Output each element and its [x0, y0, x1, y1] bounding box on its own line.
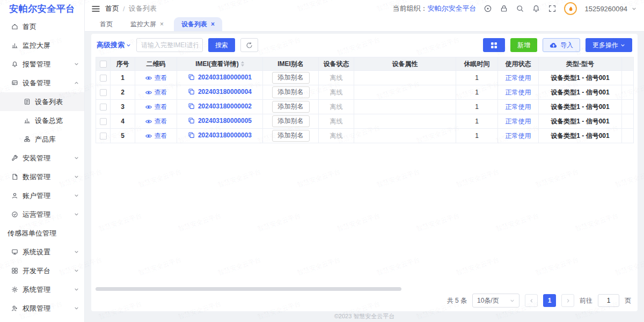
goto-page-input[interactable] — [598, 294, 619, 307]
usage-status-link[interactable]: 正常使用 — [506, 89, 531, 96]
sidebar-item-account-manage[interactable]: 账户管理 — [0, 186, 84, 205]
copy-icon[interactable] — [188, 88, 195, 95]
dev-platform-icon — [11, 267, 18, 275]
horizontal-scrollbar — [96, 287, 633, 291]
sidebar-item-device-manage[interactable]: 设备管理 — [0, 74, 84, 92]
theme-icon[interactable] — [484, 4, 492, 13]
install-icon — [11, 155, 18, 162]
search-icon[interactable] — [516, 4, 524, 13]
add-alias-button[interactable]: 添加别名 — [272, 101, 310, 112]
sidebar-item-data-manage[interactable]: 数据管理 — [0, 167, 84, 186]
copy-icon[interactable] — [188, 131, 195, 138]
tab-home[interactable]: 首页 — [92, 17, 120, 31]
copy-icon[interactable] — [188, 117, 195, 124]
breadcrumb-home[interactable]: 首页 — [105, 4, 119, 13]
sidebar-item-sensor-unit-manage[interactable]: 传感器单位管理 — [0, 224, 84, 243]
add-alias-button[interactable]: 添加别名 — [272, 115, 310, 127]
page-number-current[interactable]: 1 — [543, 294, 556, 307]
prev-page-button[interactable] — [525, 294, 538, 307]
scrollbar-thumb[interactable] — [96, 287, 401, 291]
cell-device-status: 离线 — [319, 85, 354, 100]
current-org-label: 当前组织： — [392, 4, 427, 12]
qr-view-link[interactable]: 查看 — [145, 131, 167, 141]
add-alias-button[interactable]: 添加别名 — [272, 130, 310, 141]
sidebar-item-monitor-screen[interactable]: 监控大屏 — [0, 36, 84, 55]
eye-icon — [145, 133, 152, 139]
sidebar-item-permission-manage[interactable]: 权限管理 — [0, 299, 84, 318]
close-icon[interactable]: × — [160, 21, 164, 27]
qr-view-link[interactable]: 查看 — [145, 88, 167, 97]
refresh-button[interactable] — [240, 38, 258, 52]
search-button[interactable]: 搜索 — [208, 38, 235, 52]
usage-status-link[interactable]: 正常使用 — [506, 132, 531, 140]
import-button[interactable]: 导入 — [543, 38, 580, 52]
sidebar-item-install-manage[interactable]: 安装管理 — [0, 149, 84, 167]
imei-link[interactable]: 202403180000002 — [198, 103, 252, 110]
row-checkbox[interactable] — [100, 89, 107, 96]
sidebar-item-operation-manage[interactable]: 运营管理 — [0, 205, 84, 224]
hamburger-menu-icon[interactable] — [92, 5, 100, 12]
chevron-up-icon — [74, 80, 79, 85]
cell-serial: 2 — [111, 85, 135, 100]
current-org-name-link[interactable]: 安帕尔安全平台 — [427, 4, 476, 12]
sidebar-menu: 首页 监控大屏 报警管理 设备管理 设备列表 设备总览 — [0, 17, 84, 318]
usage-status-link[interactable]: 正常使用 — [506, 74, 531, 82]
sidebar-item-device-list[interactable]: 设备列表 — [0, 92, 84, 111]
qr-view-link[interactable]: 查看 — [145, 117, 167, 126]
add-alias-button[interactable]: 添加别名 — [272, 86, 310, 98]
fullscreen-icon[interactable] — [548, 4, 557, 13]
eye-icon — [145, 104, 152, 110]
sidebar-item-system-manage[interactable]: 系统管理 — [0, 280, 84, 299]
chevron-left-icon — [529, 298, 534, 303]
sidebar-item-home[interactable]: 首页 — [0, 17, 84, 36]
chevron-down-icon — [74, 306, 79, 311]
close-icon[interactable]: × — [211, 21, 215, 27]
imei-link[interactable]: 202403180000005 — [198, 117, 252, 125]
usage-status-link[interactable]: 正常使用 — [506, 103, 531, 111]
qr-view-link[interactable]: 查看 — [145, 103, 167, 112]
sidebar-item-system-settings[interactable]: 系统设置 — [0, 243, 84, 261]
breadcrumb-separator: / — [123, 5, 125, 13]
add-button[interactable]: 新增 — [510, 38, 537, 52]
bell-icon[interactable] — [532, 4, 540, 13]
select-all-checkbox[interactable] — [100, 61, 107, 68]
cell-device-status: 离线 — [319, 129, 354, 143]
copy-icon[interactable] — [188, 74, 195, 80]
sort-icon[interactable] — [241, 61, 244, 67]
more-actions-button[interactable]: 更多操作 — [586, 38, 632, 52]
eye-icon — [145, 75, 152, 81]
imei-link[interactable]: 202403180000003 — [198, 131, 252, 139]
imei-link[interactable]: 202403180000004 — [198, 88, 252, 96]
row-checkbox[interactable] — [100, 104, 107, 111]
usage-status-link[interactable]: 正常使用 — [506, 118, 531, 125]
imei-link[interactable]: 202403180000001 — [198, 74, 252, 81]
imei-search-input[interactable] — [136, 38, 203, 52]
row-checkbox[interactable] — [100, 75, 107, 82]
chevron-down-icon[interactable] — [632, 6, 636, 11]
column-settings-button[interactable] — [483, 38, 505, 52]
lock-icon[interactable] — [500, 4, 508, 13]
sidebar-item-alarm-manage[interactable]: 报警管理 — [0, 55, 84, 74]
row-checkbox[interactable] — [100, 133, 107, 140]
sidebar-item-device-overview[interactable]: 设备总览 — [0, 111, 84, 130]
cell-serial: 1 — [111, 71, 135, 85]
goto-unit-label: 页 — [625, 296, 631, 305]
chevron-down-icon — [620, 43, 625, 48]
row-checkbox[interactable] — [100, 118, 107, 125]
copy-icon[interactable] — [188, 103, 195, 109]
page-size-select[interactable]: 10条/页 — [472, 294, 519, 308]
alarm-icon — [11, 61, 18, 68]
next-page-button[interactable] — [561, 294, 574, 307]
sidebar-item-product-library[interactable]: 产品库 — [0, 130, 84, 149]
advanced-search-toggle[interactable]: 高级搜索 — [97, 40, 131, 50]
tab-monitor-screen[interactable]: 监控大屏 × — [123, 17, 171, 31]
col-imei[interactable]: IMEI(查看详情) — [177, 57, 263, 71]
user-phone[interactable]: 15259260094 — [584, 5, 627, 13]
avatar[interactable] — [564, 2, 577, 15]
col-device-attribute: 设备属性 — [354, 57, 456, 71]
tab-device-list[interactable]: 设备列表 × — [174, 17, 222, 31]
sidebar-item-dev-platform[interactable]: 开发平台 — [0, 261, 84, 280]
current-org: 当前组织：安帕尔安全平台 — [392, 4, 476, 13]
qr-view-link[interactable]: 查看 — [145, 74, 167, 83]
add-alias-button[interactable]: 添加别名 — [272, 72, 310, 83]
